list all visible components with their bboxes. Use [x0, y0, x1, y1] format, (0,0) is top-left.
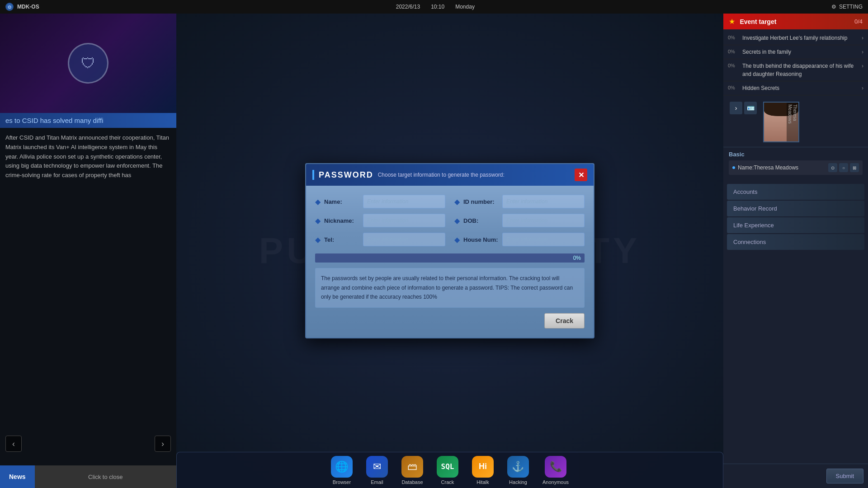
settings-icon: ⚙ — [831, 4, 836, 10]
event-pct-0: 0% — [728, 35, 739, 40]
event-header-left: ★ Event target — [729, 17, 776, 26]
profile-nav-life[interactable]: Life Experience — [727, 217, 864, 233]
database-label: Database — [401, 479, 423, 485]
housenum-bullet: ◆ — [454, 235, 460, 244]
event-text-3: Hidden Secrets — [742, 84, 858, 92]
tel-label: Tel: — [324, 236, 360, 243]
taskbar-date: 2022/6/13 — [396, 4, 420, 10]
dock-anonymous[interactable]: 📞 Anonymous — [542, 456, 569, 485]
application-dock: 🌐 Browser ✉ Email 🗃 Database SQL Crack H… — [176, 452, 723, 488]
event-arrow-1: › — [862, 49, 863, 55]
news-image: 🛡 — [0, 14, 176, 113]
dob-input[interactable] — [502, 214, 585, 227]
modal-close-button[interactable]: ✕ — [575, 169, 587, 181]
nickname-bullet: ◆ — [315, 216, 321, 225]
email-label: Email — [371, 479, 383, 485]
id-label: ID number: — [463, 198, 500, 205]
basic-action-copy[interactable]: ⊙ — [828, 163, 837, 172]
event-item-1[interactable]: 0% Secrets in the family › — [723, 45, 868, 59]
nickname-label: Nickname: — [324, 217, 360, 224]
dock-browser[interactable]: 🌐 Browser — [331, 456, 353, 485]
profile-id-button[interactable]: 🪪 — [744, 102, 757, 114]
event-pct-2: 0% — [728, 63, 739, 68]
profile-header: › 🪪 Theresa Meadows — [723, 97, 868, 147]
tel-row: ◆ Tel: — [315, 233, 445, 246]
event-title: Event target — [740, 18, 776, 25]
crack-button[interactable]: Crack — [544, 313, 585, 328]
dob-label: DOB: — [463, 217, 500, 224]
hitalk-label: Hitalk — [476, 479, 489, 485]
event-text-0: Investigate Herbert Lee's family relatio… — [742, 34, 858, 42]
news-tab[interactable]: News — [0, 465, 35, 488]
news-close-button[interactable]: Click to close — [35, 465, 176, 488]
modal-header-left: PASSWORD Choose target information to ge… — [312, 170, 505, 180]
basic-action-edit[interactable]: ○ — [839, 163, 848, 172]
modal-body: ◆ Name: ◆ ID number: ◆ Nickname: — [306, 186, 594, 337]
profile-nav-accounts[interactable]: Accounts — [727, 184, 864, 200]
basic-dot-icon — [732, 166, 735, 169]
dob-bullet: ◆ — [454, 216, 460, 225]
event-text-1: Secrets in the family — [742, 48, 858, 56]
event-item-0[interactable]: 0% Investigate Herbert Lee's family rela… — [723, 31, 868, 45]
event-arrow-2: › — [862, 63, 863, 69]
app-logo-icon: ⊙ — [5, 3, 14, 11]
news-badge-icon: 🛡 — [68, 43, 108, 84]
hacking-label: Hacking — [509, 479, 527, 485]
name-row: ◆ Name: — [315, 195, 445, 208]
event-item-3[interactable]: 0% Hidden Secrets › — [723, 81, 868, 95]
submit-area: Submit — [723, 464, 868, 488]
anonymous-label: Anonymous — [542, 479, 569, 485]
nickname-input[interactable] — [363, 214, 445, 227]
main-area: 🛡 es to CSID has solved many diffi After… — [0, 14, 868, 488]
dock-email[interactable]: ✉ Email — [366, 456, 388, 485]
news-footer: News Click to close — [0, 465, 176, 488]
right-panel: ★ Event target 0/4 0% Investigate Herber… — [723, 14, 868, 488]
tel-input[interactable] — [363, 233, 445, 246]
profile-nav-connections[interactable]: Connections — [727, 234, 864, 250]
news-next-button[interactable]: › — [155, 436, 171, 452]
dock-hitalk[interactable]: Hi Hitalk — [472, 456, 494, 485]
news-body: After CSID and Titan Matrix announced th… — [0, 128, 176, 186]
event-item-2[interactable]: 0% The truth behind the disappearance of… — [723, 59, 868, 81]
event-pct-1: 0% — [728, 49, 739, 54]
modal-accent-bar — [312, 170, 314, 180]
left-panel: 🛡 es to CSID has solved many diffi After… — [0, 14, 176, 488]
taskbar-time: 10:10 — [431, 4, 444, 10]
event-arrow-0: › — [862, 35, 863, 41]
nickname-row: ◆ Nickname: — [315, 214, 445, 227]
database-icon: 🗃 — [401, 456, 423, 478]
profile-expand-button[interactable]: › — [730, 102, 742, 114]
app-name: MDK-OS — [17, 4, 39, 10]
submit-button[interactable]: Submit — [826, 469, 863, 483]
password-modal: PASSWORD Choose target information to ge… — [305, 163, 594, 338]
profile-nav-behavior[interactable]: Behavior Record — [727, 201, 864, 216]
event-pct-3: 0% — [728, 85, 739, 90]
id-input[interactable] — [502, 195, 585, 208]
browser-icon: 🌐 — [331, 456, 353, 478]
housenum-row: ◆ House Num: — [454, 233, 585, 246]
dock-crack[interactable]: SQL Crack — [437, 456, 458, 485]
event-text-2: The truth behind the disappearance of hi… — [742, 62, 858, 78]
taskbar-center: 2022/6/13 10:10 Monday — [396, 4, 475, 10]
profile-section: › 🪪 Theresa Meadows Basic Name:Theresa M… — [723, 97, 868, 488]
event-star-icon: ★ — [729, 18, 735, 25]
settings-label[interactable]: SETTING — [839, 4, 863, 10]
progress-label: 0% — [573, 255, 581, 261]
news-prev-button[interactable]: ‹ — [5, 436, 22, 452]
profile-tabs: › 🪪 — [728, 102, 759, 114]
dob-row: ◆ DOB: — [454, 214, 585, 227]
modal-header: PASSWORD Choose target information to ge… — [306, 164, 594, 186]
name-label: Name: — [324, 198, 360, 205]
profile-nav: Accounts Behavior Record Life Experience… — [723, 180, 868, 253]
hitalk-icon: Hi — [472, 456, 494, 478]
crack-icon: SQL — [437, 456, 458, 478]
housenum-input[interactable] — [502, 233, 585, 246]
basic-action-delete[interactable]: ⊠ — [850, 163, 859, 172]
taskbar-right[interactable]: ⚙ SETTING — [831, 4, 863, 10]
dock-database[interactable]: 🗃 Database — [401, 456, 423, 485]
id-bullet: ◆ — [454, 197, 460, 206]
name-input[interactable] — [363, 195, 445, 208]
dock-hacking[interactable]: ⚓ Hacking — [507, 456, 529, 485]
basic-name-item: Name:Theresa Meadows ⊙ ○ ⊠ — [729, 160, 863, 175]
profile-avatar: Theresa Meadows — [763, 102, 799, 142]
